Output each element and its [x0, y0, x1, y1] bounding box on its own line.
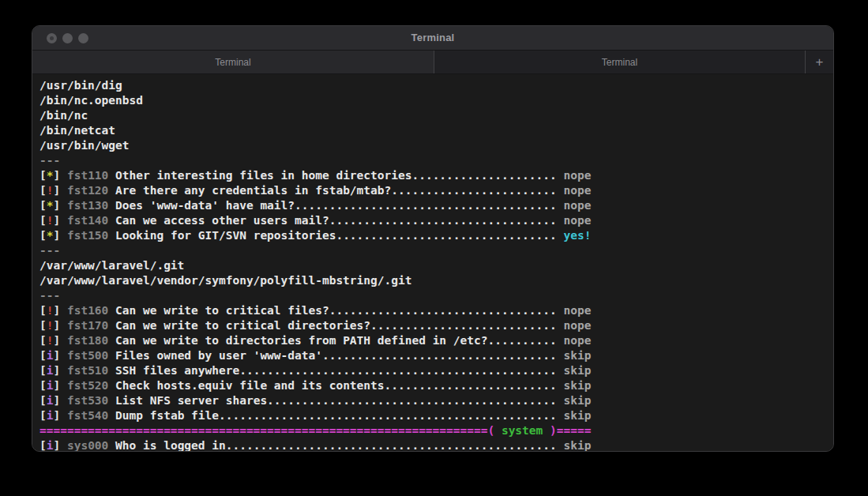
terminal-line: [i] fst520 Check hosts.equiv file and it…: [39, 378, 829, 393]
test-code: fst510: [67, 364, 108, 377]
terminal-text: /usr/bin/wget: [39, 139, 130, 152]
terminal-text: /var/www/laravel/.git: [39, 259, 184, 272]
test-description: Check hosts.equiv file and its contents.…: [108, 379, 563, 392]
terminal-line: /bin/netcat: [39, 123, 829, 138]
test-description: Other interesting files in home director…: [108, 169, 563, 182]
terminal-line: ---: [39, 288, 829, 303]
terminal-line: [*] fst150 Looking for GIT/SVN repositor…: [39, 228, 829, 243]
test-code: fst540: [67, 409, 108, 422]
separator-text: ---: [39, 154, 60, 167]
test-description: Are there any credentials in fstab/mtab?…: [108, 184, 563, 197]
section-title: system: [502, 424, 543, 437]
separator-text: ---: [39, 244, 60, 257]
terminal-text: /bin/nc.openbsd: [39, 94, 143, 107]
terminal-line: [!] fst180 Can we write to directories f…: [39, 333, 829, 348]
terminal-window: Terminal Terminal Terminal + /usr/bin/di…: [32, 25, 834, 452]
terminal-line: /usr/bin/wget: [39, 138, 829, 153]
terminal-line: [i] fst530 List NFS server shares.......…: [39, 393, 829, 408]
terminal-line: [*] fst110 Other interesting files in ho…: [39, 168, 829, 183]
window-title: Terminal: [32, 26, 833, 50]
terminal-body[interactable]: /usr/bin/dig/bin/nc.openbsd/bin/nc/bin/n…: [32, 74, 833, 452]
terminal-line: [*] fst130 Does 'www-data' have mail?...…: [39, 198, 829, 213]
terminal-text: /bin/netcat: [39, 124, 115, 137]
test-result: skip: [564, 409, 592, 422]
terminal-line: [i] sys000 Who is logged in.............…: [39, 438, 829, 452]
test-code: fst520: [67, 379, 108, 392]
terminal-line: [i] fst500 Files owned by user 'www-data…: [39, 348, 829, 363]
test-result: nope: [564, 214, 592, 227]
terminal-text: /usr/bin/dig: [39, 79, 122, 92]
test-code: fst500: [67, 349, 108, 362]
test-code: fst150: [67, 229, 108, 242]
test-description: SSH files anywhere......................…: [108, 364, 563, 377]
test-description: Can we write to critical directories?...…: [108, 319, 563, 332]
terminal-line: ========================================…: [39, 423, 829, 438]
test-code: sys000: [67, 439, 108, 452]
terminal-line: /usr/bin/dig: [39, 78, 829, 93]
test-code: fst170: [67, 319, 108, 332]
terminal-line: /bin/nc: [39, 108, 829, 123]
test-description: Looking for GIT/SVN repositories........…: [108, 229, 563, 242]
test-code: fst110: [67, 169, 108, 182]
test-description: Can we write to critical files?.........…: [108, 304, 563, 317]
terminal-text: /var/www/laravel/vendor/symfony/polyfill…: [39, 274, 411, 287]
test-description: Dump fstab file.........................…: [108, 409, 563, 422]
test-description: Files owned by user 'www-data'..........…: [108, 349, 563, 362]
new-tab-button[interactable]: +: [805, 51, 833, 73]
test-code: fst530: [67, 394, 108, 407]
test-description: List NFS server shares..................…: [108, 394, 563, 407]
test-result: nope: [564, 334, 592, 347]
terminal-line: [!] fst170 Can we write to critical dire…: [39, 318, 829, 333]
terminal-line: /var/www/laravel/.git: [39, 258, 829, 273]
terminal-line: [i] fst540 Dump fstab file..............…: [39, 408, 829, 423]
terminal-line: [!] fst160 Can we write to critical file…: [39, 303, 829, 318]
terminal-line: [!] fst120 Are there any credentials in …: [39, 183, 829, 198]
tab-label: Terminal: [602, 57, 637, 68]
test-result: skip: [564, 364, 592, 377]
test-description: Does 'www-data' have mail?..............…: [108, 199, 563, 212]
test-code: fst130: [67, 199, 108, 212]
test-result: skip: [564, 439, 592, 452]
window-titlebar[interactable]: Terminal: [32, 26, 833, 51]
terminal-line: [i] fst510 SSH files anywhere...........…: [39, 363, 829, 378]
terminal-text: /bin/nc: [39, 109, 88, 122]
test-result: skip: [564, 394, 592, 407]
separator-text: ---: [39, 289, 60, 302]
minimize-button-icon[interactable]: [62, 33, 73, 43]
desktop-background: Terminal Terminal Terminal + /usr/bin/di…: [0, 0, 868, 496]
test-result: nope: [564, 199, 592, 212]
terminal-line: ---: [39, 243, 829, 258]
test-code: fst160: [67, 304, 108, 317]
tab-label: Terminal: [215, 57, 250, 68]
test-result: nope: [564, 169, 592, 182]
test-result: skip: [564, 379, 592, 392]
test-result: yes!: [564, 229, 592, 242]
tab-terminal-2[interactable]: Terminal: [434, 51, 805, 73]
terminal-line: /bin/nc.openbsd: [39, 93, 829, 108]
test-code: fst140: [67, 214, 108, 227]
test-description: Who is logged in........................…: [108, 439, 563, 452]
terminal-line: [!] fst140 Can we access other users mai…: [39, 213, 829, 228]
test-result: nope: [564, 304, 592, 317]
tab-terminal-1[interactable]: Terminal: [32, 51, 434, 73]
test-code: fst180: [67, 334, 108, 347]
traffic-lights: [47, 26, 88, 50]
test-code: fst120: [67, 184, 108, 197]
test-description: Can we write to directories from PATH de…: [108, 334, 563, 347]
test-result: skip: [564, 349, 592, 362]
zoom-button-icon[interactable]: [78, 33, 88, 43]
terminal-line: /var/www/laravel/vendor/symfony/polyfill…: [39, 273, 829, 288]
close-button-icon[interactable]: [47, 33, 57, 43]
test-result: nope: [564, 184, 592, 197]
test-description: Can we access other users mail?.........…: [108, 214, 563, 227]
test-result: nope: [564, 319, 592, 332]
plus-icon: +: [816, 54, 824, 70]
tab-bar: Terminal Terminal +: [32, 51, 833, 74]
terminal-line: ---: [39, 153, 829, 168]
